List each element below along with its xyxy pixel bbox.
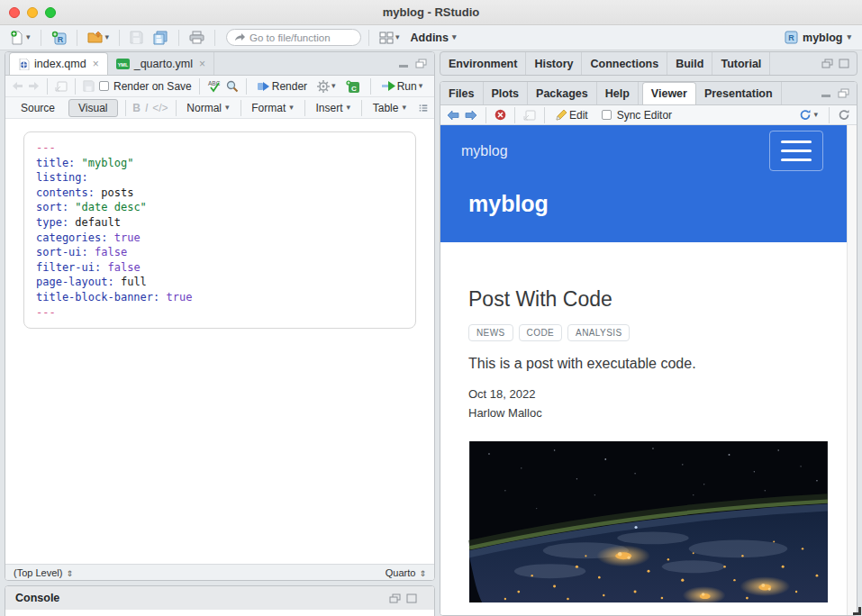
sync-editor-checkbox[interactable] [602,110,612,120]
toolbar-separator [829,107,830,123]
addins-menu[interactable]: Addins ▾ [407,30,460,46]
close-icon[interactable]: × [199,58,205,70]
spellcheck-icon[interactable]: ABC [207,79,222,93]
tab-label: Files [449,87,475,100]
filetype-selector[interactable]: Quarto⇕ [386,567,426,578]
forward-icon[interactable] [28,81,40,91]
tab-viewer[interactable]: Viewer [642,82,696,104]
tab-history[interactable]: History [526,52,582,75]
visual-mode-button[interactable]: Visual [68,99,117,117]
open-in-window-icon[interactable] [55,81,68,92]
forward-icon[interactable] [465,110,477,121]
save-all-button[interactable] [150,29,171,47]
run-label: Run [397,80,417,93]
bold-button[interactable]: B [132,102,141,114]
tab-tutorial[interactable]: Tutorial [712,52,770,75]
open-file-button[interactable]: ▾ [85,29,113,46]
tab-plots[interactable]: Plots [484,82,529,104]
format-label: Format [251,102,286,114]
category-badge[interactable]: ANALYSIS [567,324,630,341]
caret-down-icon: ▾ [813,111,818,119]
tab-build[interactable]: Build [667,52,712,75]
category-badge[interactable]: NEWS [468,324,513,341]
tab-packages[interactable]: Packages [528,82,597,104]
editor-settings-button[interactable]: ▾ [314,78,339,95]
hamburger-bar [781,159,812,161]
sync-editor-label: Sync Editor [617,109,672,122]
close-icon[interactable]: × [93,58,99,70]
tab-label: index.qmd [34,58,86,70]
caret-down-icon: ▾ [289,104,294,112]
insert-chunk-button[interactable]: C [343,78,363,95]
scope-selector[interactable]: (Top Level)⇕ [14,567,73,578]
tab-index-qmd[interactable]: index.qmd × [9,52,108,75]
code-line: title-block-banner: true [36,290,404,305]
tab-connections[interactable]: Connections [582,52,667,75]
project-menu[interactable]: R myblog ▾ [781,29,855,46]
stop-icon[interactable] [495,109,506,121]
editor-content[interactable]: ---title: "myblog"listing: contents: pos… [5,131,434,525]
tab-presentation[interactable]: Presentation [696,82,782,104]
render-on-save-checkbox[interactable] [99,81,109,91]
blog-banner-title: myblog [468,191,549,216]
code-button[interactable]: </> [152,102,168,114]
new-file-button[interactable]: ▾ [7,29,33,47]
yaml-frontmatter-block[interactable]: ---title: "myblog"listing: contents: pos… [23,131,416,329]
run-button[interactable]: Run ▾ [378,78,426,95]
tab-help[interactable]: Help [597,82,639,104]
render-button[interactable]: Render [254,78,310,95]
minimize-window-button[interactable] [27,7,38,18]
goto-file-input[interactable] [250,32,349,43]
minimize-pane-icon[interactable] [398,59,410,68]
refresh-icon[interactable] [838,109,850,121]
toolbar-separator [41,30,41,46]
back-icon[interactable] [12,81,23,91]
save-icon[interactable] [83,80,95,92]
minimize-pane-icon[interactable] [821,89,832,98]
panes-layout-button[interactable]: ▾ [377,30,403,46]
new-project-button[interactable]: R [49,29,69,47]
goto-file-search[interactable] [226,29,361,46]
source-mode-button[interactable]: Source [12,100,64,116]
hamburger-menu-button[interactable] [769,131,823,171]
maximize-pane-icon[interactable] [406,593,417,603]
restore-pane-icon[interactable] [821,59,833,68]
window-resize-grip[interactable] [853,607,861,615]
print-button[interactable] [186,29,207,46]
insert-menu[interactable]: Insert ▾ [313,100,355,116]
back-icon[interactable] [447,110,459,121]
blog-navbar-title[interactable]: myblog [461,143,508,159]
close-window-button[interactable] [9,7,20,18]
category-badge[interactable]: CODE [519,324,563,341]
open-in-window-icon[interactable] [523,110,536,121]
tab-label: History [534,58,573,70]
save-button[interactable] [127,29,146,46]
zoom-window-button[interactable] [45,7,56,18]
toolbar-separator [544,107,545,123]
table-menu[interactable]: Table ▾ [369,100,410,116]
search-icon[interactable] [226,80,239,93]
outline-icon[interactable] [419,103,428,113]
format-menu[interactable]: Format ▾ [248,100,297,116]
console-header[interactable]: Console [5,586,434,610]
maximize-pane-icon[interactable] [415,59,427,68]
sync-icon [799,109,812,121]
viewer-tabstrip: Files Plots Packages Help Viewer Present… [440,82,857,105]
tab-files[interactable]: Files [440,82,484,104]
caret-down-icon: ▾ [419,82,423,90]
pane-controls [382,593,424,603]
tab-environment[interactable]: Environment [440,52,526,75]
tab-quarto-yml[interactable]: YML _quarto.yml × [108,52,214,75]
maximize-pane-icon[interactable] [839,59,849,68]
restore-pane-icon[interactable] [389,593,401,603]
maximize-pane-icon[interactable] [838,88,849,98]
toolbar-separator [370,78,371,95]
italic-button[interactable]: I [145,102,148,114]
paragraph-style-dropdown[interactable]: Normal ▾ [183,100,232,116]
traffic-lights [9,7,56,18]
viewer-scrollbar[interactable] [847,125,857,615]
toolbar-separator [214,30,215,46]
pencil-icon [556,109,567,121]
edit-button[interactable]: Edit [553,107,591,123]
sync-publish-button[interactable]: ▾ [796,107,821,122]
